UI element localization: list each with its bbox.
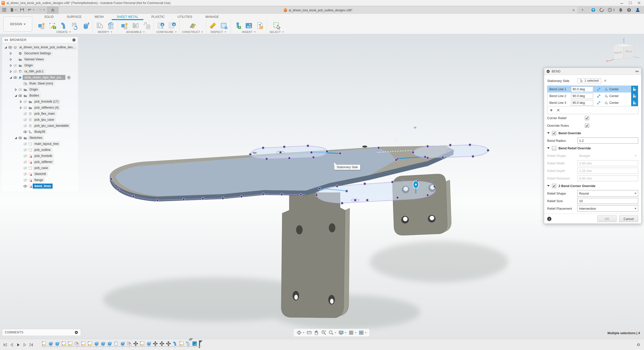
relief-override-toggle[interactable] bbox=[631, 93, 638, 99]
bend-angle-input[interactable]: 90.0 deg bbox=[571, 93, 593, 99]
bend-override-section[interactable]: Bend Override bbox=[547, 129, 638, 137]
canvas-button[interactable] bbox=[245, 21, 253, 30]
timeline-feature-extrude[interactable] bbox=[48, 341, 53, 346]
configuration-button[interactable] bbox=[157, 21, 165, 30]
timeline-feature-fillet[interactable] bbox=[113, 341, 118, 346]
relief-shape-select[interactable]: Round bbox=[577, 190, 638, 197]
section-expand-icon[interactable] bbox=[547, 147, 550, 149]
expander-icon[interactable] bbox=[14, 88, 18, 91]
timeline-feature-extrude[interactable] bbox=[120, 341, 125, 346]
section-expand-icon[interactable] bbox=[547, 185, 550, 187]
redo-button[interactable] bbox=[37, 6, 46, 14]
new-tab-button[interactable]: + bbox=[577, 6, 587, 14]
tree-item-sketches[interactable]: Sketches bbox=[2, 135, 78, 141]
browser-header[interactable]: BROWSER bbox=[2, 37, 78, 43]
tree-item-main-layout-tree[interactable]: main_layout_tree bbox=[2, 141, 78, 147]
corner-relief-checkbox[interactable] bbox=[585, 116, 589, 120]
tree-item-pcb-stiffener[interactable]: pcb_stiffener bbox=[2, 159, 78, 165]
new-component-button[interactable] bbox=[37, 21, 46, 30]
bend-position-control[interactable]: Center bbox=[604, 87, 627, 91]
bend-line-row[interactable]: Bend Line 390.0 degCenter bbox=[547, 99, 638, 106]
info-icon[interactable]: i bbox=[547, 217, 551, 221]
tree-item-bodies[interactable]: Bodies bbox=[2, 93, 78, 99]
ribbon-group-label[interactable]: MODIFY bbox=[98, 30, 112, 33]
stationary-side-selection-button[interactable]: 1 selected bbox=[577, 78, 601, 83]
tree-item-body35[interactable]: Body35 bbox=[2, 129, 78, 135]
help-button[interactable]: ? bbox=[627, 8, 631, 12]
timeline-feature-sketch[interactable] bbox=[68, 341, 73, 346]
svgimport-button[interactable]: SVG bbox=[256, 21, 264, 30]
visibility-toggle[interactable] bbox=[23, 130, 28, 134]
ribbon-tab-surface[interactable]: SURFACE bbox=[60, 14, 88, 19]
front-leg-body[interactable] bbox=[281, 193, 350, 318]
section-button[interactable] bbox=[220, 21, 228, 30]
tree-item-rule-steel-mm-[interactable]: Rule: Steel (mm) bbox=[2, 80, 78, 86]
timeline-feature-extrude[interactable] bbox=[107, 341, 112, 346]
ribbon-tab-mesh[interactable]: MESH bbox=[88, 14, 110, 19]
tab-close-icon[interactable]: ✕ bbox=[572, 8, 575, 12]
ribbon-group-label[interactable]: ASSEMBLE bbox=[126, 30, 145, 33]
ribbon-tab-plastic[interactable]: PLASTIC bbox=[145, 14, 171, 19]
comments-panel[interactable]: COMMENTS bbox=[2, 329, 81, 336]
skip-start-button[interactable] bbox=[3, 343, 7, 347]
visibility-toggle[interactable] bbox=[18, 94, 23, 98]
maximize-icon[interactable] bbox=[629, 2, 632, 4]
visibility-toggle[interactable] bbox=[23, 184, 28, 188]
timeline-feature-move[interactable] bbox=[153, 341, 158, 346]
share-button[interactable] bbox=[591, 8, 596, 12]
timeline-feature-sketch[interactable] bbox=[87, 341, 92, 346]
ribbon-group-label[interactable]: INSPECT bbox=[211, 30, 226, 33]
gridset-button[interactable] bbox=[348, 330, 357, 335]
tree-item-pcb-outline[interactable]: pcb_outline bbox=[2, 147, 78, 153]
visibility-toggle[interactable] bbox=[23, 160, 28, 164]
cancel-button[interactable]: Cancel bbox=[619, 215, 638, 222]
timeline-feature-move[interactable] bbox=[159, 341, 164, 346]
flip-direction-icon[interactable] bbox=[593, 101, 604, 105]
visibility-toggle[interactable] bbox=[18, 136, 23, 140]
activate-component-radio[interactable] bbox=[67, 76, 71, 79]
bend-line-row[interactable]: Bend Line 190.0 degCenter bbox=[547, 86, 638, 93]
visibility-toggle[interactable] bbox=[23, 100, 28, 104]
tree-item-pcb-frontsilk-17-[interactable]: pcb_frontsilk (17) bbox=[2, 99, 78, 105]
bend-line-row[interactable]: Bend Line 290.0 degCenter bbox=[547, 93, 638, 99]
visibility-toggle[interactable] bbox=[23, 118, 28, 122]
expander-icon[interactable] bbox=[9, 76, 13, 79]
visibility-toggle[interactable] bbox=[23, 124, 28, 128]
new-component-button[interactable] bbox=[120, 21, 129, 30]
viewport-3d[interactable]: Stationary Side RIGHT BACK Z X Y bbox=[0, 34, 644, 339]
bend-angle-input[interactable]: 90.0 deg bbox=[571, 86, 593, 92]
timeline-feature-sketch[interactable] bbox=[179, 341, 184, 346]
expander-icon[interactable] bbox=[4, 46, 8, 49]
tree-item-pcb-case[interactable]: pcb_case bbox=[2, 165, 78, 171]
step-forward-button[interactable] bbox=[23, 343, 27, 347]
timeline-feature-extrude[interactable] bbox=[94, 341, 99, 346]
expander-icon[interactable] bbox=[9, 64, 13, 67]
bend-angle-input[interactable]: 90.0 deg bbox=[571, 100, 593, 106]
plane-button[interactable] bbox=[188, 21, 197, 30]
timeline-feature-sketch-active[interactable] bbox=[192, 341, 197, 346]
home-tab[interactable] bbox=[47, 7, 59, 14]
expander-icon[interactable] bbox=[14, 136, 18, 140]
bend-dialog-header[interactable]: BEND bbox=[544, 68, 641, 75]
tree-item-ai-driven-lora-kiosk-pcb-outline-des-[interactable]: ai_driven_lora_kiosk_pcb_outline_des... bbox=[2, 44, 78, 50]
lookat-button[interactable] bbox=[306, 330, 312, 335]
minimize-icon[interactable] bbox=[620, 2, 623, 4]
timeline-feature-extrude[interactable] bbox=[55, 341, 60, 346]
flip-direction-icon[interactable] bbox=[593, 94, 604, 98]
visibility-toggle[interactable] bbox=[23, 148, 28, 152]
tree-item-named-views[interactable]: Named Views bbox=[2, 56, 78, 62]
visibility-toggle[interactable] bbox=[23, 172, 28, 176]
zoom-button[interactable] bbox=[321, 330, 327, 335]
create-sketch-button[interactable] bbox=[48, 21, 57, 30]
tree-item-pcb-tpu-case-bendable[interactable]: pcb_tpu_case_bendable bbox=[2, 123, 78, 129]
view-cube[interactable]: RIGHT BACK Z X Y bbox=[602, 38, 639, 63]
pan-button[interactable] bbox=[314, 330, 319, 335]
remove-bend-icon[interactable]: ✕ bbox=[557, 108, 560, 113]
ribbon-group-label[interactable]: INSERT bbox=[242, 30, 256, 33]
visibility-toggle[interactable] bbox=[23, 112, 28, 116]
ok-button[interactable]: OK bbox=[597, 215, 617, 222]
dialog-collapse-icon[interactable] bbox=[546, 70, 550, 73]
tree-item-document-settings[interactable]: Document Settings bbox=[2, 50, 78, 56]
select-button[interactable] bbox=[272, 21, 281, 30]
viewports-button[interactable] bbox=[358, 330, 367, 335]
